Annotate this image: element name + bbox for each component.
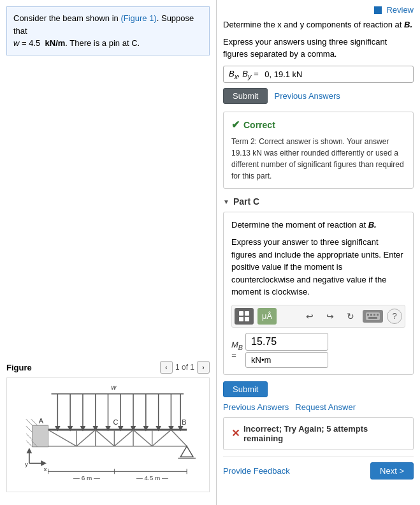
part-c-question: Determine the moment of reaction at B.	[231, 219, 405, 232]
svg-rect-59	[368, 317, 377, 319]
svg-line-22	[96, 430, 115, 446]
part-b-question: Determine the x and y components of reac…	[223, 18, 414, 32]
problem-w-value: w = 4.5 kN/m	[13, 38, 65, 48]
review-section: Review	[223, 5, 414, 15]
part-b-instruction: Express your answers using three signifi…	[223, 36, 414, 61]
svg-rect-27	[33, 425, 48, 447]
svg-rect-58	[377, 314, 379, 316]
problem-statement: Consider the beam shown in (Figure 1). S…	[6, 6, 210, 55]
right-panel: Review Determine the x and y components …	[217, 0, 420, 505]
left-panel: Consider the beam shown in (Figure 1). S…	[0, 0, 217, 505]
part-b-answer-box: Bx, By = 0, 19.1 kN	[223, 66, 414, 84]
svg-line-26	[171, 430, 187, 446]
problem-text-1: Consider the beam shown in	[13, 13, 120, 23]
math-input-area: MB= 15.75 kN•m	[231, 333, 405, 368]
x-icon: ✕	[231, 427, 240, 439]
part-c-instruction: Express your answer to three significant…	[231, 236, 405, 298]
part-c-container: Determine the moment of reaction at B. E…	[223, 212, 414, 374]
svg-rect-51	[245, 311, 249, 316]
part-c-buttons: Submit	[223, 381, 414, 397]
svg-text:w: w	[111, 383, 117, 391]
svg-rect-54	[366, 312, 380, 320]
svg-rect-52	[239, 317, 243, 321]
svg-line-31	[26, 434, 33, 440]
review-label: Review	[386, 5, 414, 15]
math-toolbar: μÂ ↩ ↪ ↻ ?	[231, 305, 405, 328]
svg-line-29	[31, 419, 38, 425]
part-b-prev-answers-link[interactable]: Previous Answers	[274, 91, 340, 101]
part-b-answer-value: 0, 19.1 kN	[264, 70, 302, 79]
figure-nav-text: 1 of 1	[175, 363, 194, 372]
correct-label: Correct	[243, 120, 275, 130]
footer-bar: Provide Feedback Next >	[223, 457, 414, 479]
svg-text:— 6 m —: — 6 m —	[73, 474, 100, 481]
part-b-section: Determine the x and y components of reac…	[223, 18, 414, 104]
toolbar-help-btn[interactable]: ?	[387, 309, 402, 324]
svg-text:— 4.5 m —: — 4.5 m —	[136, 474, 168, 481]
review-link[interactable]: Review	[374, 5, 414, 15]
problem-text-4: . There is a pin at C.	[65, 38, 140, 48]
svg-text:y: y	[25, 460, 28, 467]
correct-header: ✔ Correct	[231, 119, 405, 131]
figure-section: Figure ‹ 1 of 1 › w	[6, 361, 210, 492]
svg-rect-53	[245, 317, 249, 321]
svg-line-25	[152, 430, 171, 446]
svg-line-23	[114, 430, 133, 446]
part-b-buttons: Submit Previous Answers	[223, 88, 414, 104]
figure-label: Figure	[6, 363, 32, 372]
svg-rect-57	[373, 314, 375, 316]
part-c-request-answer-link[interactable]: Request Answer	[295, 402, 356, 412]
svg-rect-50	[239, 311, 243, 316]
correct-box: ✔ Correct Term 2: Correct answer is show…	[223, 112, 414, 189]
figure-link[interactable]: (Figure 1)	[120, 13, 156, 23]
svg-line-20	[48, 430, 77, 446]
incorrect-header: ✕ Incorrect; Try Again; 5 attempts remai…	[231, 424, 405, 443]
svg-text:A: A	[39, 417, 44, 425]
mb-label: MB=	[231, 340, 243, 361]
svg-text:x: x	[44, 465, 47, 472]
figure-header: Figure ‹ 1 of 1 ›	[6, 361, 210, 374]
svg-rect-55	[367, 314, 369, 316]
beam-diagram: w	[7, 378, 209, 492]
keyboard-icon	[363, 310, 383, 323]
part-c-header: ▼ Part C	[223, 196, 414, 207]
svg-line-24	[133, 430, 152, 446]
part-c-arrow-icon: ▼	[223, 198, 229, 205]
figure-image: w	[6, 377, 210, 492]
incorrect-message: Incorrect; Try Again; 5 attempts remaini…	[243, 424, 405, 443]
svg-line-21	[76, 430, 96, 446]
svg-text:B: B	[182, 418, 186, 426]
toolbar-refresh-btn[interactable]: ↻	[342, 308, 359, 325]
math-unit-input[interactable]: kN•m	[245, 352, 328, 368]
figure-prev-btn[interactable]: ‹	[160, 361, 173, 374]
incorrect-box: ✕ Incorrect; Try Again; 5 attempts remai…	[223, 417, 414, 450]
svg-marker-37	[180, 446, 193, 457]
review-icon	[374, 6, 382, 14]
provide-feedback-link[interactable]: Provide Feedback	[223, 466, 290, 476]
math-input-stack: 15.75 kN•m	[245, 333, 328, 368]
svg-line-32	[26, 441, 33, 447]
toolbar-undo-btn[interactable]: ↩	[301, 308, 318, 325]
svg-line-30	[26, 426, 33, 432]
toolbar-redo-btn[interactable]: ↪	[322, 308, 338, 325]
part-c-prev-answers-link[interactable]: Previous Answers	[223, 402, 289, 412]
part-c-submit-btn[interactable]: Submit	[223, 381, 268, 397]
part-c-label: Part C	[233, 196, 259, 207]
svg-line-28	[26, 419, 33, 425]
part-c-links: Previous Answers Request Answer	[223, 402, 414, 412]
svg-rect-56	[370, 314, 372, 316]
part-c-section: ▼ Part C Determine the moment of reactio…	[223, 196, 414, 450]
part-b-answer-label: Bx, By =	[229, 69, 261, 80]
toolbar-matrix-btn[interactable]	[235, 308, 254, 325]
check-icon: ✔	[231, 119, 240, 131]
next-button[interactable]: Next >	[370, 462, 414, 479]
correct-body: Term 2: Correct answer is shown. Your an…	[231, 136, 405, 182]
figure-next-btn[interactable]: ›	[197, 361, 210, 374]
toolbar-mu-btn[interactable]: μÂ	[257, 308, 277, 325]
part-b-submit-btn[interactable]: Submit	[223, 88, 268, 104]
math-value-input[interactable]: 15.75	[245, 333, 328, 351]
figure-navigation: ‹ 1 of 1 ›	[160, 361, 210, 374]
svg-text:C: C	[113, 418, 118, 426]
